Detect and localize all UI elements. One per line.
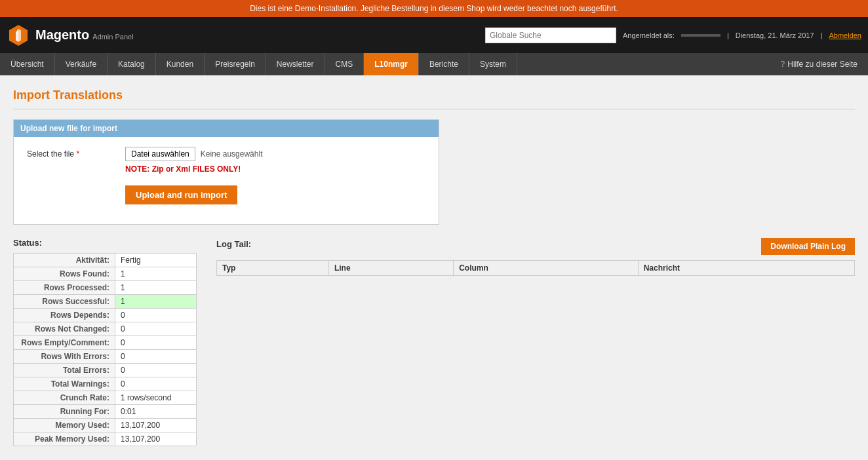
- download-log-button[interactable]: Download Plain Log: [761, 238, 855, 255]
- main-nav: Übersicht Verkäufe Katalog Kunden Preisr…: [0, 53, 868, 75]
- demo-banner: Dies ist eine Demo-Installation. Jeglich…: [0, 0, 868, 17]
- nav-item-cms[interactable]: CMS: [325, 53, 365, 75]
- status-row-value: 13,107,200: [115, 432, 197, 446]
- required-star: *: [76, 149, 79, 159]
- date-separator: |: [727, 31, 729, 39]
- status-row-label: Rows Depends:: [14, 309, 115, 322]
- status-table-row: Rows Successful:1: [14, 295, 197, 309]
- header-right: Angemeldet als: | Dienstag, 21. März 201…: [485, 28, 861, 43]
- upload-panel-body: Select the file * Datei auswählen Keine …: [14, 137, 439, 224]
- status-row-label: Crunch Rate:: [14, 391, 115, 405]
- status-row-value: 0: [115, 377, 197, 391]
- status-table: Aktivität:FertigRows Found:1Rows Process…: [13, 253, 197, 446]
- file-name-display: Keine ausgewählt: [201, 149, 263, 159]
- file-choose-button[interactable]: Datei auswählen: [125, 147, 195, 161]
- status-row-label: Rows Found:: [14, 267, 115, 281]
- nav-item-system[interactable]: System: [469, 53, 517, 75]
- status-row-label: Total Errors:: [14, 364, 115, 377]
- status-row-value: 1 rows/second: [115, 391, 197, 405]
- log-section: Log Tail: Download Plain Log TypLineColu…: [216, 238, 855, 276]
- date-text: Dienstag, 21. März 2017: [736, 31, 814, 39]
- help-label: Hilfe zu dieser Seite: [787, 60, 858, 69]
- search-input[interactable]: [485, 28, 616, 43]
- status-row-label: Rows Not Changed:: [14, 322, 115, 336]
- logo-area: Magento Admin Panel: [7, 24, 485, 47]
- upload-run-button[interactable]: Upload and run import: [125, 185, 237, 204]
- status-table-row: Aktivität:Fertig: [14, 254, 197, 267]
- log-column-header: Typ: [217, 261, 329, 276]
- nav-item-kunden[interactable]: Kunden: [156, 53, 205, 75]
- status-row-label: Running For:: [14, 405, 115, 419]
- status-row-label: Rows Successful:: [14, 295, 115, 309]
- status-row-value: 1: [115, 295, 197, 309]
- status-table-row: Rows Not Changed:0: [14, 322, 197, 336]
- status-table-row: Peak Memory Used:13,107,200: [14, 432, 197, 446]
- log-column-header: Line: [328, 261, 453, 276]
- status-row-label: Rows Empty/Comment:: [14, 336, 115, 350]
- status-row-value: 0: [115, 336, 197, 350]
- status-table-row: Rows With Errors:0: [14, 350, 197, 364]
- status-table-row: Rows Processed:1: [14, 281, 197, 295]
- status-table-row: Rows Empty/Comment:0: [14, 336, 197, 350]
- status-row-label: Rows Processed:: [14, 281, 115, 295]
- nav-item-katalog[interactable]: Katalog: [108, 53, 156, 75]
- nav-item-verkaufe[interactable]: Verkäufe: [55, 53, 108, 75]
- status-row-label: Total Warnings:: [14, 377, 115, 391]
- status-tbody: Aktivität:FertigRows Found:1Rows Process…: [14, 254, 197, 446]
- nav-item-ubersicht[interactable]: Übersicht: [0, 53, 55, 75]
- log-column-header: Column: [454, 261, 639, 276]
- header: Magento Admin Panel Angemeldet als: | Di…: [0, 17, 868, 53]
- status-table-row: Total Errors:0: [14, 364, 197, 377]
- select-file-label: Select the file *: [27, 147, 125, 159]
- status-row-value: 0: [115, 322, 197, 336]
- logo-magento-text: Magento: [35, 28, 89, 43]
- help-icon: ?: [781, 60, 785, 69]
- status-section: Status: Aktivität:FertigRows Found:1Rows…: [13, 238, 197, 446]
- log-table-head: TypLineColumnNachricht: [217, 261, 855, 276]
- log-title: Log Tail:: [216, 239, 251, 249]
- logo-subtext: Admin Panel: [92, 33, 133, 41]
- status-table-row: Rows Depends:0: [14, 309, 197, 322]
- status-title: Status:: [13, 238, 197, 248]
- file-note: NOTE: Zip or Xml FILES ONLY!: [125, 164, 262, 174]
- nav-help[interactable]: ? Hilfe zu dieser Seite: [770, 60, 868, 69]
- main-content: Import Translations Upload new file for …: [0, 75, 868, 459]
- upload-panel-header: Upload new file for import: [14, 120, 439, 137]
- status-row-label: Rows With Errors:: [14, 350, 115, 364]
- user-label: Angemeldet als:: [623, 31, 675, 39]
- status-table-row: Rows Found:1: [14, 267, 197, 281]
- log-table: TypLineColumnNachricht: [216, 260, 855, 276]
- bottom-area: Status: Aktivität:FertigRows Found:1Rows…: [13, 238, 855, 446]
- page-title: Import Translations: [13, 88, 855, 109]
- file-select-row: Select the file * Datei auswählen Keine …: [27, 147, 425, 174]
- log-column-header: Nachricht: [638, 261, 854, 276]
- status-row-label: Aktivität:: [14, 254, 115, 267]
- magento-logo-icon: [7, 24, 30, 47]
- log-header: Log Tail: Download Plain Log: [216, 238, 855, 255]
- nav-item-berichte[interactable]: Berichte: [419, 53, 469, 75]
- demo-banner-text: Dies ist eine Demo-Installation. Jeglich…: [250, 4, 618, 13]
- user-name: [681, 34, 720, 37]
- status-table-row: Total Warnings:0: [14, 377, 197, 391]
- status-table-row: Running For:0:01: [14, 405, 197, 419]
- status-row-value: 1: [115, 281, 197, 295]
- status-table-row: Crunch Rate:1 rows/second: [14, 391, 197, 405]
- status-row-label: Memory Used:: [14, 419, 115, 432]
- status-row-value: 0: [115, 309, 197, 322]
- status-row-value: 1: [115, 267, 197, 281]
- status-table-row: Memory Used:13,107,200: [14, 419, 197, 432]
- upload-button-row: Upload and run import: [27, 180, 425, 204]
- status-row-value: 13,107,200: [115, 419, 197, 432]
- status-row-value: 0: [115, 364, 197, 377]
- logout-link[interactable]: Abmelden: [829, 31, 861, 39]
- status-row-value: 0: [115, 350, 197, 364]
- nav-item-newsletter[interactable]: Newsletter: [266, 53, 325, 75]
- file-row: Datei auswählen Keine ausgewählt: [125, 147, 262, 161]
- nav-item-l10nmgr[interactable]: L10nmgr: [364, 53, 419, 75]
- file-field: Datei auswählen Keine ausgewählt NOTE: Z…: [125, 147, 262, 174]
- status-row-value: Fertig: [115, 254, 197, 267]
- status-row-value: 0:01: [115, 405, 197, 419]
- log-table-header-row: TypLineColumnNachricht: [217, 261, 855, 276]
- nav-item-preisregeln[interactable]: Preisregeln: [205, 53, 266, 75]
- svg-marker-2: [18, 29, 21, 42]
